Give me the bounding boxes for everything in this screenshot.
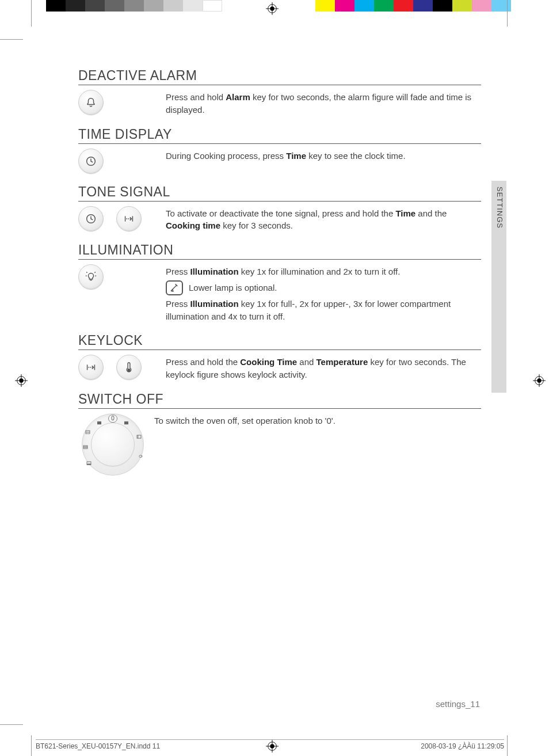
temperature-button-icon: [116, 355, 142, 380]
crop-mark: [0, 724, 23, 725]
crop-mark: [507, 735, 508, 756]
crop-mark: [31, 0, 32, 26]
svg-rect-37: [137, 435, 141, 438]
operation-knob-icon: 0: [82, 413, 144, 476]
svg-line-25: [94, 272, 95, 272]
section-heading-deactive-alarm: DEACTIVE ALARM: [78, 68, 481, 85]
note-icon: [166, 280, 183, 295]
section-heading-tone-signal: TONE SIGNAL: [78, 184, 481, 202]
keylock-text: Press and hold the Cooking Time and Temp…: [166, 355, 481, 381]
page-content: DEACTIVE ALARM Press and hold Alarm key …: [78, 68, 481, 479]
side-tab-label: SETTINGS: [495, 187, 504, 229]
registration-mark-icon: [15, 374, 28, 387]
cooking-time-button-icon: [116, 206, 142, 231]
crop-mark: [31, 735, 32, 756]
deactive-alarm-text: Press and hold Alarm key for two seconds…: [166, 90, 481, 116]
cooking-time-button-icon: [78, 355, 104, 380]
crop-mark: [0, 39, 23, 40]
section-heading-illumination: ILLUMINATION: [78, 242, 481, 260]
time-button-icon: [78, 149, 104, 174]
grayscale-swatches: [46, 0, 222, 12]
svg-rect-36: [87, 464, 91, 465]
tone-signal-text: To activate or deactivate the tone signa…: [166, 206, 481, 233]
time-display-text: During Cooking process, press Time key t…: [166, 149, 481, 162]
color-swatches: [315, 0, 511, 12]
time-button-icon: [78, 206, 104, 231]
svg-rect-32: [83, 446, 87, 449]
section-heading-switch-off: SWITCH OFF: [78, 392, 481, 409]
svg-rect-41: [124, 421, 128, 424]
switch-off-text: To switch the oven off, set operation kn…: [154, 413, 481, 427]
svg-line-24: [86, 272, 87, 272]
crop-mark: [507, 0, 508, 26]
slug-filename: BT621-Series_XEU-00157Y_EN.indd 11: [36, 742, 160, 750]
registration-mark-icon: [533, 374, 546, 387]
svg-rect-40: [97, 421, 101, 424]
illumination-button-icon: [78, 264, 104, 290]
page-footer: settings_11: [436, 699, 480, 709]
svg-point-29: [128, 369, 130, 371]
illumination-note: Lower lamp is optional.: [189, 282, 277, 294]
alarm-button-icon: [78, 90, 104, 115]
svg-point-39: [139, 455, 142, 457]
print-slug: BT621-Series_XEU-00157Y_EN.indd 11 2008-…: [36, 739, 504, 750]
slug-timestamp: 2008-03-19 ¿ÀÀü 11:29:05: [421, 742, 504, 750]
illumination-text: Press Illumination key 1x for illuminati…: [166, 264, 481, 322]
registration-mark-icon: [266, 2, 279, 15]
section-heading-keylock: KEYLOCK: [78, 333, 481, 350]
knob-zero-label: 0: [108, 415, 117, 423]
section-heading-time-display: TIME DISPLAY: [78, 127, 481, 144]
